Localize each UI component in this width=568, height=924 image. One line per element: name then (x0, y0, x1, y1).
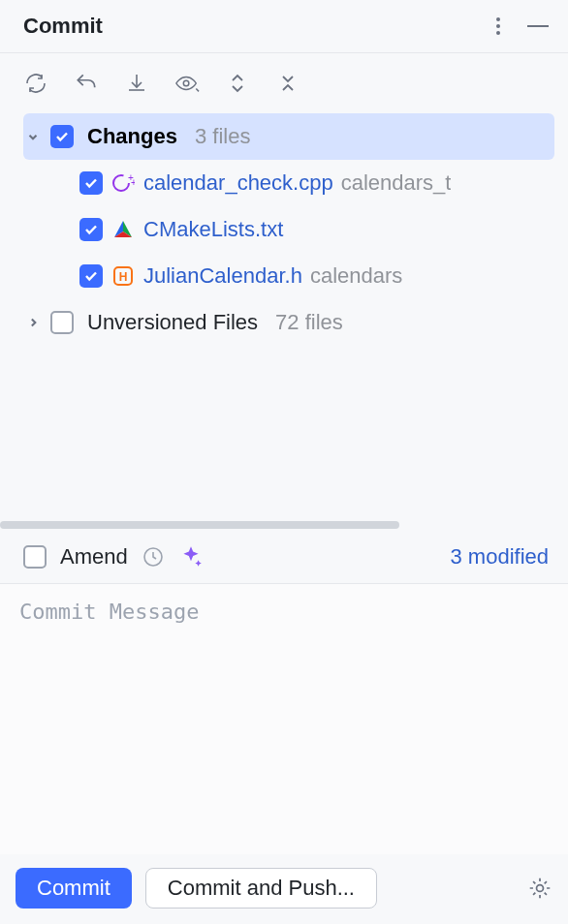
gear-icon[interactable] (527, 876, 552, 901)
panel-title: Commit (23, 14, 496, 39)
file-row[interactable]: ++ calendar_check.cpp calendars_t (23, 160, 554, 206)
file-checkbox[interactable] (79, 218, 103, 241)
cpp-file-icon: ++ (110, 170, 136, 196)
commit-button[interactable]: Commit (16, 868, 132, 909)
header-file-icon: H (110, 263, 136, 289)
shelve-icon[interactable] (124, 71, 149, 96)
cmake-file-icon (110, 217, 136, 242)
svg-text:H: H (119, 270, 128, 284)
file-checkbox[interactable] (79, 264, 103, 288)
file-path: calendars (310, 263, 402, 289)
amend-checkbox[interactable] (23, 545, 47, 569)
expand-collapse-icon[interactable] (225, 71, 250, 96)
file-checkbox[interactable] (79, 171, 103, 195)
changes-tree: Changes 3 files ++ calendar_check.cpp ca… (0, 113, 568, 521)
ai-suggest-icon[interactable] (178, 544, 204, 570)
rollback-icon[interactable] (74, 71, 99, 96)
changes-checkbox[interactable] (50, 125, 74, 148)
svg-point-11 (537, 885, 544, 892)
group-by-icon[interactable] (275, 71, 300, 96)
amend-label: Amend (60, 544, 128, 570)
changes-label: Changes (81, 124, 177, 149)
amend-bar: Amend 3 modified (0, 529, 568, 583)
unversioned-checkbox[interactable] (50, 311, 74, 334)
svg-point-1 (113, 175, 129, 191)
commit-footer: Commit Commit and Push... (0, 854, 568, 924)
file-row[interactable]: H JulianCalendar.h calendars (23, 253, 554, 299)
refresh-icon[interactable] (23, 71, 48, 96)
svg-point-0 (183, 80, 189, 86)
svg-text:+: + (131, 177, 135, 188)
changes-group-row[interactable]: Changes 3 files (23, 113, 554, 160)
commit-message-area (0, 583, 568, 854)
modified-count-link[interactable]: 3 modified (450, 544, 549, 570)
unversioned-count: 72 files (266, 310, 343, 335)
history-icon[interactable] (142, 545, 165, 569)
file-name: CMakeLists.txt (143, 217, 283, 242)
changes-toolbar (0, 53, 568, 113)
more-options-icon[interactable] (496, 17, 500, 35)
file-row[interactable]: CMakeLists.txt (23, 206, 554, 253)
preview-diff-icon[interactable] (174, 71, 200, 96)
unversioned-label: Unversioned Files (81, 310, 258, 335)
file-name: calendar_check.cpp (143, 170, 333, 196)
changes-count: 3 files (185, 124, 250, 149)
chevron-down-icon[interactable] (23, 130, 43, 143)
chevron-right-icon[interactable] (23, 316, 43, 329)
commit-and-push-button[interactable]: Commit and Push... (145, 868, 377, 909)
file-name: JulianCalendar.h (143, 263, 302, 289)
minimize-icon[interactable] (527, 25, 549, 27)
unversioned-group-row[interactable]: Unversioned Files 72 files (23, 299, 554, 346)
file-path: calendars_t (341, 170, 452, 196)
horizontal-scrollbar[interactable] (0, 521, 399, 529)
commit-panel-header: Commit (0, 0, 568, 53)
commit-message-input[interactable] (19, 600, 549, 839)
